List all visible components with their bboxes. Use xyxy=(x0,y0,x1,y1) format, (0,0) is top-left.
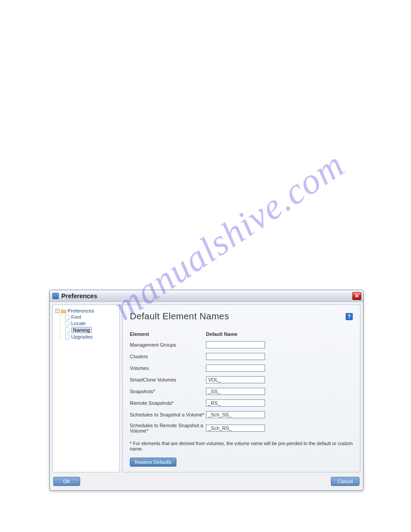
tree-item-label: Font xyxy=(71,314,81,320)
row-label: Snapshots* xyxy=(130,389,206,394)
row-label: Remote Snapshots* xyxy=(130,400,206,406)
column-header-default-name: Default Name xyxy=(206,331,237,337)
snapshots-input[interactable] xyxy=(206,388,265,395)
footnote-text: * For elements that are derived from vol… xyxy=(130,441,353,451)
schedules-snapshot-input[interactable] xyxy=(206,411,265,418)
page-icon xyxy=(65,314,70,320)
button-bar: OK Cancel xyxy=(50,475,363,490)
row-label: Clusters xyxy=(130,354,206,359)
row-label: SmartClone Volumes xyxy=(130,377,206,382)
help-icon: ? xyxy=(347,313,351,320)
column-header-element: Element xyxy=(130,331,206,337)
titlebar: Preferences ✕ xyxy=(50,290,363,302)
row-label: Volumes xyxy=(130,365,206,371)
tree-root-label: Preferences xyxy=(68,308,94,313)
page-icon xyxy=(65,334,70,339)
row-label: Schedules to Snapshot a Volume* xyxy=(130,412,206,417)
window-title: Preferences xyxy=(61,292,352,300)
content-title: Default Element Names xyxy=(130,311,346,322)
volumes-input[interactable] xyxy=(206,365,265,372)
help-button[interactable]: ? xyxy=(346,313,353,320)
tree-item-naming[interactable]: Naming xyxy=(64,326,117,334)
row-smartclone-volumes: SmartClone Volumes xyxy=(130,376,353,383)
content-panel: Default Element Names ? Element Default … xyxy=(122,305,360,472)
tree-root-node[interactable]: − Preferences xyxy=(55,308,117,314)
page-icon xyxy=(65,327,70,333)
ok-button[interactable]: OK xyxy=(53,477,80,486)
management-groups-input[interactable] xyxy=(206,341,265,348)
tree-item-label: Upgrades xyxy=(71,334,93,339)
collapse-icon[interactable]: − xyxy=(56,309,60,313)
row-schedules-remote-snapshot: Schedules to Remote Snapshot a Volume* xyxy=(130,423,353,433)
cancel-button[interactable]: Cancel xyxy=(331,477,360,486)
tree-item-label: Locale xyxy=(71,321,86,326)
clusters-input[interactable] xyxy=(206,353,265,360)
row-schedules-snapshot: Schedules to Snapshot a Volume* xyxy=(130,411,353,418)
remote-snapshots-input[interactable] xyxy=(206,399,265,407)
tree-panel: − Preferences Font Locale xyxy=(52,305,120,472)
tree-item-upgrades[interactable]: Upgrades xyxy=(64,334,117,340)
schedules-remote-snapshot-input[interactable] xyxy=(206,425,265,432)
tree-item-locale[interactable]: Locale xyxy=(64,320,117,326)
preferences-dialog: Preferences ✕ − Preferences Font xyxy=(49,290,364,491)
row-clusters: Clusters xyxy=(130,353,353,360)
row-label: Schedules to Remote Snapshot a Volume* xyxy=(130,423,206,433)
row-label: Management Groups xyxy=(130,342,206,348)
row-management-groups: Management Groups xyxy=(130,341,353,348)
restore-defaults-button[interactable]: Restore Defaults xyxy=(130,458,176,467)
tree-item-font[interactable]: Font xyxy=(64,314,117,320)
row-snapshots: Snapshots* xyxy=(130,388,353,395)
close-icon: ✕ xyxy=(355,293,359,299)
page-icon xyxy=(65,321,70,326)
tree-item-label: Naming xyxy=(71,327,92,333)
row-remote-snapshots: Remote Snapshots* xyxy=(130,399,353,407)
app-icon xyxy=(52,293,59,299)
close-button[interactable]: ✕ xyxy=(352,292,361,300)
row-volumes: Volumes xyxy=(130,365,353,372)
column-headers: Element Default Name xyxy=(130,331,353,337)
folder-icon xyxy=(61,309,66,313)
smartclone-volumes-input[interactable] xyxy=(206,376,265,383)
